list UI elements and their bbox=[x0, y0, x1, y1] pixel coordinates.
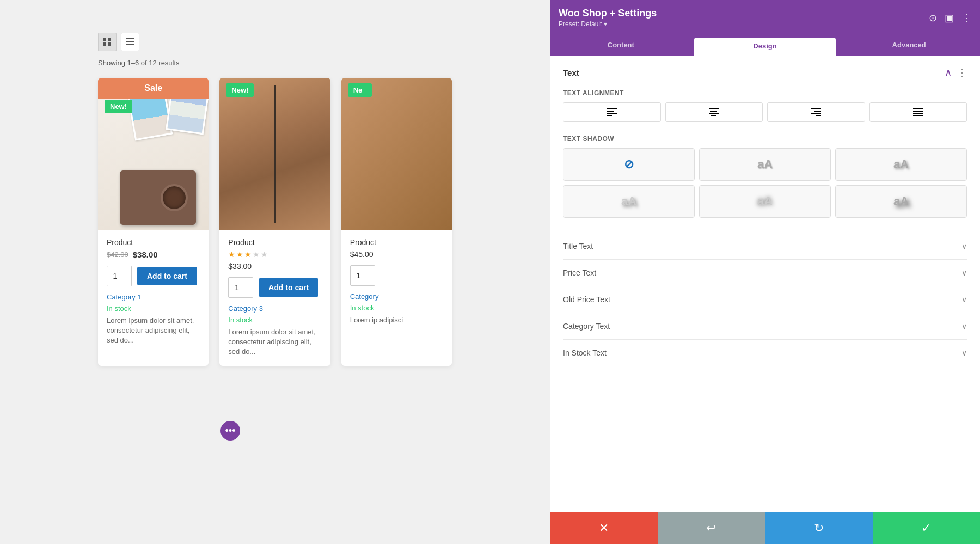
shadow-options: ⊘ aA aA aA aA aA bbox=[563, 148, 967, 218]
layout-icon[interactable]: ▣ bbox=[945, 12, 954, 24]
svg-rect-10 bbox=[607, 115, 612, 116]
text-alignment-label: Text Alignment bbox=[563, 89, 967, 97]
panel-title: Woo Shop + Settings bbox=[559, 8, 657, 19]
product-card-2: New! Product ★ ★ ★ ★ ★ $33.00 Add to car… bbox=[219, 78, 330, 366]
price-text-toggle[interactable]: Price Text ∨ bbox=[563, 268, 967, 277]
stock-2: In stock bbox=[228, 316, 321, 324]
settings-panel: Woo Shop + Settings Preset: Default ⊙ ▣ … bbox=[550, 0, 980, 544]
svg-rect-21 bbox=[913, 113, 923, 114]
old-price-text-toggle[interactable]: Old Price Text ∨ bbox=[563, 295, 967, 304]
list-view-button[interactable] bbox=[121, 33, 139, 51]
price-text-section: Price Text ∨ bbox=[563, 260, 967, 286]
price-text-label: Price Text bbox=[563, 268, 596, 277]
sale-badge-1: Sale bbox=[98, 78, 209, 99]
qty-input-3[interactable] bbox=[350, 265, 375, 286]
text-section-header: Text ∧ ⋮ bbox=[563, 66, 967, 78]
svg-rect-13 bbox=[709, 113, 719, 114]
align-justify-button[interactable] bbox=[869, 102, 967, 122]
old-price-text-section: Old Price Text ∨ bbox=[563, 286, 967, 313]
save-button[interactable]: ✓ bbox=[873, 512, 981, 544]
stock-3: In stock bbox=[350, 304, 443, 312]
category-3[interactable]: Category bbox=[350, 292, 443, 301]
tab-content[interactable]: Content bbox=[550, 35, 692, 56]
category-1[interactable]: Category 1 bbox=[107, 293, 200, 301]
product-info-2: Product ★ ★ ★ ★ ★ $33.00 Add to cart Cat… bbox=[219, 230, 330, 366]
bag-image bbox=[219, 78, 330, 230]
shadow-5-button[interactable]: aA bbox=[835, 185, 967, 218]
category-text-label: Category Text bbox=[563, 322, 610, 331]
product-card-3: Ne Product $45.00 Category In stock Lore… bbox=[341, 78, 452, 366]
align-right-button[interactable] bbox=[767, 102, 865, 122]
camera-lens bbox=[161, 184, 188, 211]
svg-rect-12 bbox=[710, 111, 717, 112]
svg-rect-14 bbox=[711, 115, 716, 116]
svg-rect-11 bbox=[709, 108, 719, 109]
product-name-1: Product bbox=[107, 238, 200, 247]
old-price-1: $42.00 bbox=[107, 250, 128, 259]
desc-1: Lorem ipsum dolor sit amet, consectetur … bbox=[107, 316, 200, 346]
price-1: $38.00 bbox=[133, 250, 158, 259]
title-text-label: Title Text bbox=[563, 242, 593, 250]
text-section-title: Text bbox=[563, 68, 579, 77]
tab-design[interactable]: Design bbox=[694, 38, 836, 56]
target-icon[interactable]: ⊙ bbox=[929, 12, 937, 24]
title-text-section: Title Text ∨ bbox=[563, 233, 967, 260]
desc-3: Lorem ip adipisci bbox=[350, 315, 443, 325]
in-stock-text-label: In Stock Text bbox=[563, 349, 607, 357]
svg-rect-5 bbox=[126, 41, 134, 42]
shadow-none-button[interactable]: ⊘ bbox=[563, 148, 695, 181]
svg-rect-15 bbox=[811, 108, 821, 109]
product3-bg bbox=[341, 78, 452, 230]
category-text-toggle[interactable]: Category Text ∨ bbox=[563, 322, 967, 331]
panel-body: Text ∧ ⋮ Text Alignment Text Shadow bbox=[550, 56, 980, 512]
results-count: Showing 1–6 of 12 results bbox=[98, 59, 452, 67]
price-text-chevron: ∨ bbox=[961, 268, 967, 277]
price-wrap-3: $45.00 bbox=[350, 250, 443, 259]
tab-advanced[interactable]: Advanced bbox=[838, 35, 980, 56]
align-left-button[interactable] bbox=[563, 102, 661, 122]
collapse-text-section[interactable]: ∧ bbox=[945, 66, 952, 78]
rating-stars-2: ★ ★ ★ ★ ★ bbox=[228, 250, 321, 259]
price-3: $45.00 bbox=[350, 250, 373, 259]
stock-1: In stock bbox=[107, 304, 200, 313]
shadow-1-button[interactable]: aA bbox=[699, 148, 831, 181]
in-stock-text-toggle[interactable]: In Stock Text ∨ bbox=[563, 349, 967, 357]
add-to-cart-button-2[interactable]: Add to cart bbox=[259, 278, 318, 297]
svg-rect-22 bbox=[913, 115, 923, 116]
shadow-3-button[interactable]: aA bbox=[563, 185, 695, 218]
add-to-cart-button-1[interactable]: Add to cart bbox=[137, 267, 197, 285]
category-2[interactable]: Category 3 bbox=[228, 304, 321, 313]
grid-view-button[interactable] bbox=[98, 33, 117, 51]
in-stock-text-chevron: ∨ bbox=[961, 349, 967, 357]
product-info-3: Product $45.00 Category In stock Lorem i… bbox=[341, 230, 452, 334]
product-name-2: Product bbox=[228, 238, 321, 247]
pagination-dots[interactable]: ••• bbox=[220, 421, 240, 441]
cart-wrap-3 bbox=[350, 265, 443, 286]
redo-button[interactable]: ↻ bbox=[765, 512, 873, 544]
svg-rect-16 bbox=[814, 111, 821, 112]
svg-rect-18 bbox=[816, 115, 821, 116]
shadow-4-button[interactable]: aA bbox=[699, 185, 831, 218]
qty-input-2[interactable] bbox=[228, 277, 253, 298]
more-options-icon[interactable]: ⋮ bbox=[961, 12, 971, 24]
panel-header: Woo Shop + Settings Preset: Default ⊙ ▣ … bbox=[550, 0, 980, 35]
text-section-more[interactable]: ⋮ bbox=[957, 66, 967, 78]
price-wrap-1: $42.00 $38.00 bbox=[107, 250, 200, 259]
svg-rect-20 bbox=[913, 111, 923, 112]
cancel-button[interactable]: ✕ bbox=[550, 512, 658, 544]
shadow-2-button[interactable]: aA bbox=[835, 148, 967, 181]
category-text-chevron: ∨ bbox=[961, 322, 967, 331]
in-stock-text-section: In Stock Text ∨ bbox=[563, 340, 967, 366]
align-center-button[interactable] bbox=[665, 102, 763, 122]
product-info-1: Product $42.00 $38.00 Add to cart Catego… bbox=[98, 230, 209, 354]
undo-button[interactable]: ↩ bbox=[658, 512, 765, 544]
qty-input-1[interactable] bbox=[107, 266, 132, 286]
svg-rect-1 bbox=[108, 38, 111, 41]
new-badge-1: New! bbox=[105, 100, 132, 113]
panel-preset[interactable]: Preset: Default bbox=[559, 20, 657, 28]
panel-actions: ✕ ↩ ↻ ✓ bbox=[550, 512, 980, 544]
cart-wrap-1: Add to cart bbox=[107, 266, 200, 286]
title-text-toggle[interactable]: Title Text ∨ bbox=[563, 242, 967, 250]
svg-rect-9 bbox=[607, 113, 617, 114]
svg-rect-17 bbox=[811, 113, 821, 114]
